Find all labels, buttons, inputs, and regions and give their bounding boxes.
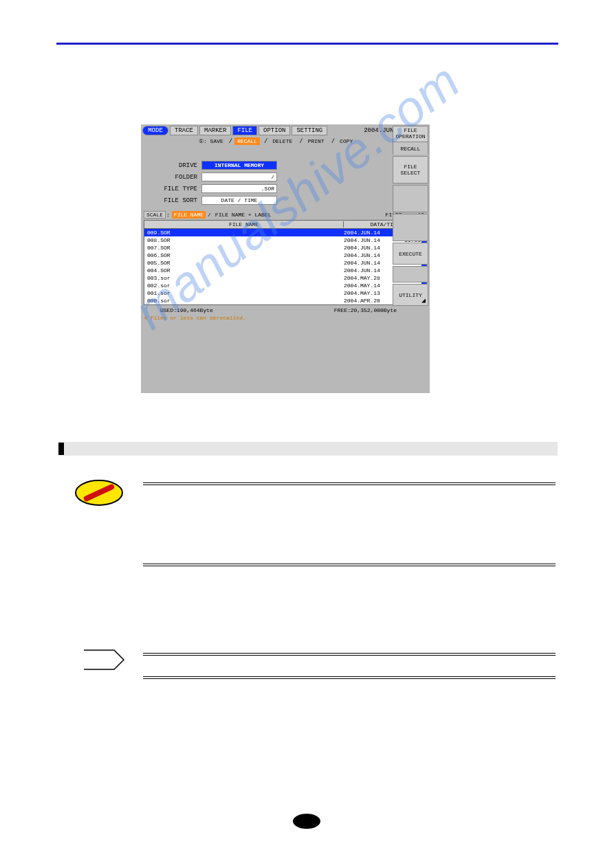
tab-copy[interactable]: COPY xyxy=(337,137,355,145)
filetype-field[interactable]: .SOR xyxy=(201,184,277,193)
side-file-select-button[interactable]: FILESELECT xyxy=(393,156,428,183)
cell-filename: 002.sor xyxy=(147,282,344,289)
slash-sep: / xyxy=(264,138,267,145)
device-screenshot: MODE TRACE MARKER FILE OPTION SETTING 20… xyxy=(141,124,430,393)
used-bytes: USED:190,464Byte xyxy=(160,307,213,313)
side-execute-button[interactable]: EXECUTE xyxy=(393,243,428,265)
scale-filename-label-tab[interactable]: FILE NAME + LABEL xyxy=(213,211,274,219)
slash-sep: / xyxy=(208,212,211,218)
scale-filename-tab[interactable]: FILE NAME xyxy=(172,211,206,219)
header-rule xyxy=(56,43,558,45)
col-filename: FILE NAME xyxy=(144,221,344,227)
menu-marker-button[interactable]: MARKER xyxy=(199,126,231,135)
filesort-field[interactable]: DATE / TIME xyxy=(201,196,277,205)
caution-icon xyxy=(74,479,124,507)
cell-filename: 000.sor xyxy=(147,298,344,304)
menu-mode-button[interactable]: MODE xyxy=(142,126,168,135)
section-heading-bar xyxy=(58,442,558,456)
table-row[interactable]: 002.sor2004.MAY.1410:26 xyxy=(144,282,426,289)
table-row[interactable]: 007.SOR2004.JUN.1411:50 xyxy=(144,244,426,252)
side-empty-3 xyxy=(393,266,428,282)
cell-filename: 003.sor xyxy=(147,275,344,281)
table-row[interactable]: 004.SOR2004.JUN.1411:46 xyxy=(144,267,426,274)
scale-label: SCALE xyxy=(144,211,166,219)
note-rule-bottom xyxy=(143,676,556,679)
note-icon xyxy=(83,649,125,671)
filetype-label: FILE TYPE xyxy=(146,186,201,192)
tab-recall[interactable]: RECALL xyxy=(234,137,260,145)
cell-filename: 009.SOR xyxy=(147,230,344,236)
slash-sep: / xyxy=(299,138,303,145)
side-utility-button[interactable]: UTILITY ◢ xyxy=(393,284,428,306)
note-rule-top xyxy=(143,653,556,656)
table-row[interactable]: 001.sor2004.MAY.1313:11 xyxy=(144,289,426,297)
table-row[interactable]: 000.sor2004.APR.2010:43 xyxy=(144,297,426,304)
table-row[interactable]: 006.SOR2004.JUN.1411:49 xyxy=(144,252,426,259)
table-row[interactable]: 005.SOR2004.JUN.1411:47 xyxy=(144,259,426,267)
status-message: 4 files or less can berecalled. xyxy=(141,313,430,322)
tab-save-label: ①: SAVE xyxy=(196,137,225,145)
filesort-label: FILE SORT xyxy=(146,197,201,204)
drive-label: DRIVE xyxy=(146,162,201,169)
chevron-down-icon: ◢ xyxy=(421,298,426,304)
caution-rule-top xyxy=(143,482,556,485)
folder-field[interactable]: / xyxy=(201,173,277,181)
page-number-oval xyxy=(293,814,320,829)
menu-file-button[interactable]: FILE xyxy=(232,126,257,135)
free-bytes: FREE:20,352,000Byte xyxy=(334,307,397,313)
slash-sep: / xyxy=(331,138,335,145)
tab-delete[interactable]: DELETE xyxy=(270,137,295,145)
menu-setting-button[interactable]: SETTING xyxy=(292,126,327,135)
slash-sep: / xyxy=(229,138,232,145)
cell-filename: 005.SOR xyxy=(147,260,344,266)
table-row[interactable]: 008.SOR2004.JUN.1411:51 xyxy=(144,236,426,244)
drive-field[interactable]: INTERNAL MEMORY xyxy=(201,161,277,170)
cell-filename: 004.SOR xyxy=(147,267,344,274)
cell-filename: 007.SOR xyxy=(147,245,344,251)
menu-option-button[interactable]: OPTION xyxy=(259,126,290,135)
tab-print[interactable]: PRINT xyxy=(305,137,327,145)
side-title: FILEOPERATION xyxy=(393,126,428,142)
side-empty-2 xyxy=(393,214,428,241)
caution-rule-bottom xyxy=(143,564,556,566)
cell-filename: 006.SOR xyxy=(147,252,344,258)
folder-label: FOLDER xyxy=(146,174,201,181)
file-table: FILE NAME DATA/TIME 009.SOR2004.JUN.1411… xyxy=(144,220,427,305)
cell-filename: 008.SOR xyxy=(147,237,344,243)
table-row[interactable]: 009.SOR2004.JUN.1411:53 xyxy=(144,229,426,236)
table-row[interactable]: 003.sor2004.MAY.2819:05 xyxy=(144,274,426,282)
menu-trace-button[interactable]: TRACE xyxy=(170,126,198,135)
side-empty-1 xyxy=(393,185,428,212)
side-recall-label: RECALL xyxy=(393,142,428,155)
cell-filename: 001.sor xyxy=(147,290,344,296)
